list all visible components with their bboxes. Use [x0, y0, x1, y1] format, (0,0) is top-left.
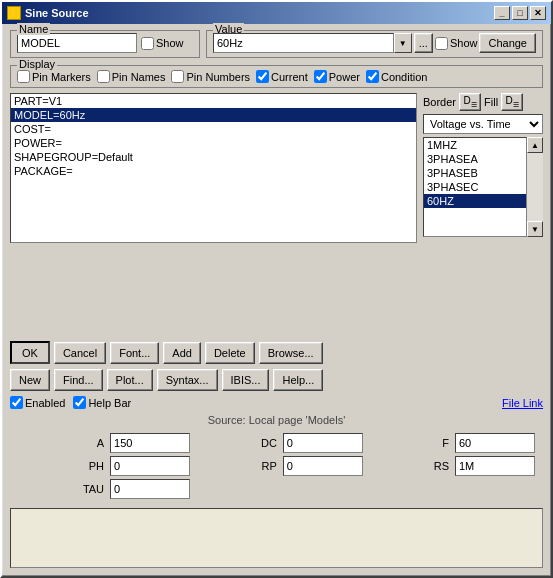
- model-list-container: 1MHZ 3PHASEA 3PHASEB 3PHASEC 60HZ ▲ ▼: [423, 137, 543, 237]
- window-icon: ⚡: [7, 6, 21, 20]
- name-input[interactable]: [17, 33, 137, 53]
- type-dropdown[interactable]: Voltage vs. Time: [423, 114, 543, 134]
- value-dropdown-arrow[interactable]: ▼: [394, 33, 412, 53]
- name-group-label: Name: [17, 23, 50, 35]
- main-window: ⚡ Sine Source _ □ ✕ Name Show: [0, 0, 553, 578]
- display-group: Display Pin Markers Pin Names Pin Number…: [10, 65, 543, 88]
- dc-input[interactable]: [283, 433, 363, 453]
- ellipsis-button[interactable]: ...: [414, 33, 433, 53]
- main-area: PART=V1 MODEL=60Hz COST= POWER= SHAPEGRO…: [10, 93, 543, 336]
- model-list[interactable]: 1MHZ 3PHASEA 3PHASEB 3PHASEC 60HZ: [423, 137, 527, 237]
- bottom-area: [10, 508, 543, 568]
- change-button[interactable]: Change: [479, 33, 536, 53]
- f-label: F: [369, 437, 449, 449]
- fill-d-button[interactable]: D☰: [501, 93, 523, 111]
- prop-item-2[interactable]: COST=: [11, 122, 416, 136]
- params-grid: A DC F PH RP RS TAU: [10, 431, 543, 501]
- pin-names-check[interactable]: [97, 70, 110, 83]
- prop-item-5[interactable]: PACKAGE=: [11, 164, 416, 178]
- scroll-track[interactable]: [527, 153, 543, 221]
- prop-item-1[interactable]: MODEL=60Hz: [11, 108, 416, 122]
- title-bar: ⚡ Sine Source _ □ ✕: [2, 2, 551, 24]
- rp-label: RP: [196, 460, 277, 472]
- close-button[interactable]: ✕: [530, 6, 546, 20]
- display-inner: Pin Markers Pin Names Pin Numbers Curren…: [17, 70, 536, 83]
- help-bar-check[interactable]: [73, 396, 86, 409]
- add-button[interactable]: Add: [163, 342, 201, 364]
- condition-checkbox[interactable]: Condition: [366, 70, 427, 83]
- window-title: Sine Source: [25, 7, 89, 19]
- cancel-button[interactable]: Cancel: [54, 342, 106, 364]
- prop-item-4[interactable]: SHAPEGROUP=Default: [11, 150, 416, 164]
- border-fill-panel: Border D☰ Fill D☰: [423, 93, 543, 111]
- scroll-up-button[interactable]: ▲: [527, 137, 543, 153]
- minimize-button[interactable]: _: [494, 6, 510, 20]
- value-group: Value ▼ ... Show Change: [206, 30, 543, 58]
- pin-markers-check[interactable]: [17, 70, 30, 83]
- value-show-check[interactable]: [435, 37, 448, 50]
- buttons-row-1: OK Cancel Font... Add Delete Browse...: [10, 341, 543, 364]
- condition-check[interactable]: [366, 70, 379, 83]
- file-link[interactable]: File Link: [502, 397, 543, 409]
- ok-button[interactable]: OK: [10, 341, 50, 364]
- title-buttons: _ □ ✕: [494, 6, 546, 20]
- a-label: A: [18, 437, 104, 449]
- list-item-2[interactable]: 3PHASEB: [424, 166, 526, 180]
- model-list-scrollbar[interactable]: ▲ ▼: [527, 137, 543, 237]
- list-item-4[interactable]: 60HZ: [424, 194, 526, 208]
- browse-button[interactable]: Browse...: [259, 342, 323, 364]
- syntax-button[interactable]: Syntax...: [157, 369, 218, 391]
- help-bar-checkbox[interactable]: Help Bar: [73, 396, 131, 409]
- find-button[interactable]: Find...: [54, 369, 103, 391]
- name-group: Name Show: [10, 30, 200, 58]
- pin-numbers-check[interactable]: [171, 70, 184, 83]
- pin-names-checkbox[interactable]: Pin Names: [97, 70, 166, 83]
- border-d-button[interactable]: D☰: [459, 93, 481, 111]
- rp-input[interactable]: [283, 456, 363, 476]
- name-show-check[interactable]: [141, 37, 154, 50]
- list-item-3[interactable]: 3PHASEC: [424, 180, 526, 194]
- display-group-label: Display: [17, 58, 57, 70]
- plot-button[interactable]: Plot...: [107, 369, 153, 391]
- fill-label: Fill: [484, 96, 498, 108]
- enabled-check[interactable]: [10, 396, 23, 409]
- tau-label: TAU: [18, 483, 104, 495]
- footer-checks: Enabled Help Bar: [10, 396, 131, 409]
- name-show-checkbox[interactable]: Show: [141, 37, 184, 50]
- right-panel: Border D☰ Fill D☰ Voltage vs. Time: [423, 93, 543, 336]
- help-button[interactable]: Help...: [273, 369, 323, 391]
- current-check[interactable]: [256, 70, 269, 83]
- rs-input[interactable]: [455, 456, 535, 476]
- maximize-button[interactable]: □: [512, 6, 528, 20]
- power-check[interactable]: [314, 70, 327, 83]
- border-label: Border: [423, 96, 456, 108]
- properties-list[interactable]: PART=V1 MODEL=60Hz COST= POWER= SHAPEGRO…: [10, 93, 417, 243]
- value-input[interactable]: [213, 33, 394, 53]
- f-input[interactable]: [455, 433, 535, 453]
- font-button[interactable]: Font...: [110, 342, 159, 364]
- tau-input[interactable]: [110, 479, 190, 499]
- prop-item-3[interactable]: POWER=: [11, 136, 416, 150]
- power-checkbox[interactable]: Power: [314, 70, 360, 83]
- a-input[interactable]: [110, 433, 190, 453]
- ph-label: PH: [18, 460, 104, 472]
- enabled-checkbox[interactable]: Enabled: [10, 396, 65, 409]
- list-item-0[interactable]: 1MHZ: [424, 138, 526, 152]
- value-input-row: ▼ ... Show Change: [213, 33, 536, 53]
- delete-button[interactable]: Delete: [205, 342, 255, 364]
- ibis-button[interactable]: IBIS...: [222, 369, 270, 391]
- prop-item-0[interactable]: PART=V1: [11, 94, 416, 108]
- value-show-checkbox[interactable]: Show: [435, 37, 478, 50]
- scroll-down-button[interactable]: ▼: [527, 221, 543, 237]
- title-bar-left: ⚡ Sine Source: [7, 6, 89, 20]
- pin-numbers-checkbox[interactable]: Pin Numbers: [171, 70, 250, 83]
- name-value-row: Name Show Value ▼ ...: [10, 30, 543, 58]
- new-button[interactable]: New: [10, 369, 50, 391]
- pin-markers-checkbox[interactable]: Pin Markers: [17, 70, 91, 83]
- current-checkbox[interactable]: Current: [256, 70, 308, 83]
- name-input-row: Show: [17, 33, 193, 53]
- rs-label: RS: [369, 460, 449, 472]
- footer-row: Enabled Help Bar File Link: [10, 396, 543, 409]
- ph-input[interactable]: [110, 456, 190, 476]
- list-item-1[interactable]: 3PHASEA: [424, 152, 526, 166]
